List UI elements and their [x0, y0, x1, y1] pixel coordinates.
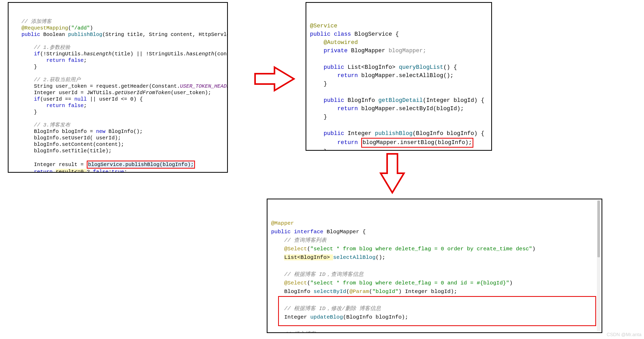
code-content: @Service public class BlogService { @Aut…	[310, 14, 488, 151]
annotation: @RequestMapping	[21, 25, 68, 31]
method-name: getBlogDetail	[378, 97, 423, 104]
method-name: publishBlog	[68, 32, 102, 37]
kw: private	[324, 48, 351, 54]
t: }	[324, 81, 327, 87]
kw: return	[337, 72, 361, 79]
annotation: @Param	[349, 289, 369, 295]
t: List<BlogInfo>	[284, 254, 333, 260]
t: }	[34, 64, 37, 70]
kw: public	[324, 64, 348, 71]
t: BlogService {	[354, 31, 399, 37]
t: (	[68, 25, 71, 31]
t: (content)) {	[214, 51, 228, 57]
t: blogMapper.selectAllBlog();	[361, 72, 453, 79]
service-code-panel: @Service public class BlogService { @Aut…	[306, 2, 492, 151]
t: BlogInfo blogInfo =	[34, 129, 96, 134]
t: BlogInfo	[284, 289, 313, 295]
t: BlogInfo	[348, 97, 378, 104]
t: )	[90, 25, 93, 31]
t: blogMapper.selectById(blogId);	[361, 106, 464, 112]
string: "blogId"	[372, 289, 399, 295]
highlight-call: blogService.publishBlog(blogInfo);	[87, 161, 195, 169]
t: Integer result =	[34, 162, 87, 168]
t: ;	[84, 57, 87, 63]
kw: return false	[46, 103, 84, 109]
arrow-right-icon	[254, 65, 295, 93]
method-name: publishBlog	[375, 130, 413, 137]
kw: true	[112, 169, 124, 173]
t: Integer	[348, 130, 375, 137]
kw: public class	[310, 31, 354, 37]
t: BlogMapper {	[327, 229, 366, 235]
kw: return	[34, 169, 56, 173]
kw: return false	[46, 57, 84, 63]
mapper-code-panel: @Mapper public interface BlogMapper { //…	[267, 199, 602, 333]
controller-code-panel: // 添加博客 @RequestMapping("/add") public B…	[8, 2, 228, 173]
t: (	[307, 246, 310, 252]
type: Boolean	[43, 32, 68, 37]
t: :	[108, 169, 112, 173]
t: Integer	[284, 314, 310, 320]
t: hasLength	[186, 51, 214, 57]
t: getUserIdFromToken	[115, 90, 171, 96]
t: (String title, String content, HttpServl…	[102, 32, 228, 37]
comment: // 2.获取当前用户	[34, 77, 81, 83]
t: }	[34, 109, 37, 115]
t: blogInfo.setUserId( userId);	[34, 135, 121, 141]
arrow-down-icon	[378, 153, 407, 194]
comment: // 根据博客 ID，查询博客信息	[284, 272, 364, 277]
comment: // 1.参数校验	[34, 44, 70, 50]
t: || userId <=	[87, 96, 130, 102]
kw: null	[74, 96, 87, 102]
t: (	[307, 280, 310, 286]
string: "/add"	[71, 25, 90, 31]
annotation: @Mapper	[271, 220, 294, 226]
t: (	[369, 289, 372, 295]
kw: public	[324, 130, 348, 137]
kw: public	[324, 97, 348, 104]
t: Integer userId = JWTUtils.	[34, 90, 115, 96]
t: blogMapper;	[389, 48, 426, 54]
method-name: selectAllBlog	[333, 254, 375, 260]
t: BlogInfo();	[108, 129, 143, 134]
annotation: @Service	[310, 23, 337, 29]
t: (user_token);	[171, 90, 211, 96]
t: ();	[375, 254, 385, 260]
t: (Integer blogId) {	[423, 97, 484, 104]
comment: // 添加博客	[21, 19, 52, 25]
t: )	[509, 280, 513, 286]
t: }	[324, 114, 327, 120]
t: blogMapper.insertBlog(blogInfo);	[363, 139, 472, 146]
t: ) Integer blogId);	[399, 289, 457, 295]
highlight-call: blogMapper.insertBlog(blogInfo);	[361, 138, 473, 148]
t: (	[346, 289, 350, 295]
t: (title) || !StringUtils.	[112, 51, 186, 57]
scrollbar-thumb[interactable]	[597, 200, 600, 257]
code-content: // 添加博客 @RequestMapping("/add") public B…	[12, 12, 223, 173]
t: blogInfo.setTitle(title);	[34, 148, 112, 154]
code-content: @Mapper public interface BlogMapper { //…	[271, 210, 598, 333]
kw: public interface	[271, 229, 327, 235]
string: "select * from blog where delete_flag = …	[310, 280, 509, 286]
t: BlogMapper	[351, 48, 388, 54]
t: (BlogInfo blogInfo) {	[413, 130, 484, 137]
t: (!StringUtils.	[40, 51, 84, 57]
kw: false	[93, 169, 108, 173]
t: ;	[124, 169, 127, 173]
t: blogInfo.setContent(content);	[34, 141, 124, 147]
comment: // 3.博客发布	[34, 122, 70, 128]
t: 0	[130, 96, 133, 102]
annotation: @Autowired	[324, 39, 358, 46]
t: (userId ==	[40, 96, 74, 102]
kw: return	[337, 139, 361, 146]
t: result<=0	[56, 169, 87, 173]
string: "select * from blog where delete_flag = …	[310, 246, 532, 252]
t: () {	[443, 64, 457, 71]
comment: // 查询博客列表	[284, 237, 327, 243]
t: blogService.publishBlog(blogInfo);	[88, 162, 194, 168]
t: }	[324, 148, 327, 151]
kw: public	[21, 32, 43, 37]
method-name: queryBlogList	[399, 64, 443, 71]
kw: if	[34, 51, 40, 57]
scrollbar[interactable]	[597, 200, 600, 331]
